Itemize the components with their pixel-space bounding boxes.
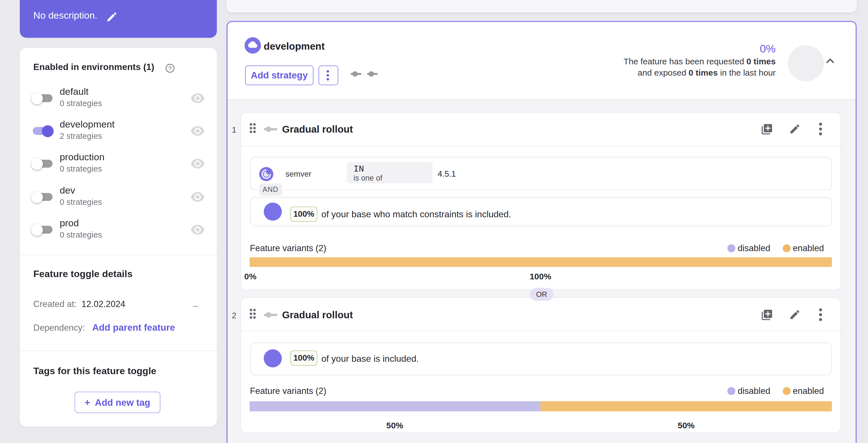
svg-text:?: ? [168, 65, 172, 71]
